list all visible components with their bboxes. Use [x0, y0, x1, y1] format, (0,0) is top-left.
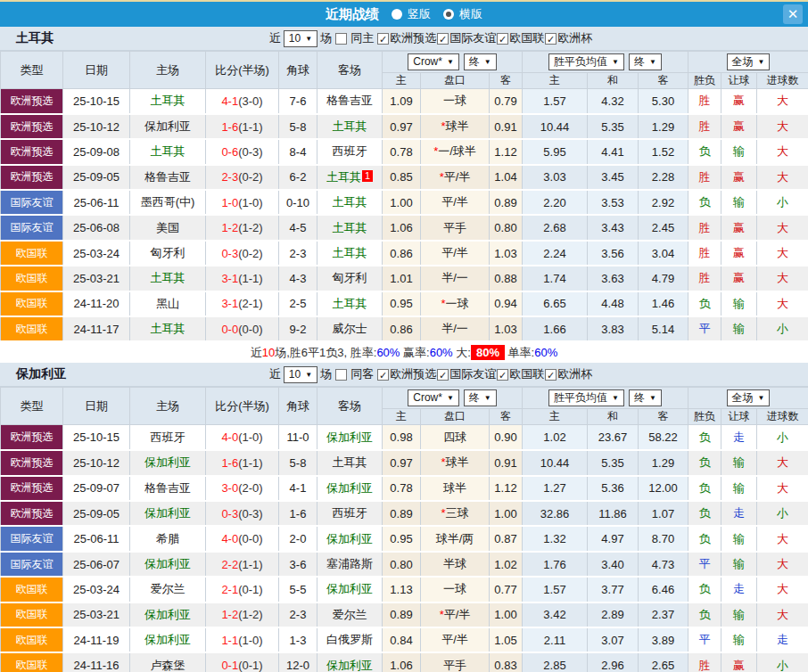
- match-row: 欧洲预选25-09-07格鲁吉亚3-0(2-0)4-1保加利亚0.78球半1.1…: [1, 476, 808, 501]
- radio-horizontal-label[interactable]: 横版: [459, 6, 482, 22]
- col-home: 主场: [130, 52, 206, 89]
- match-row: 欧国联25-03-21土耳其3-1(1-1)4-3匈牙利1.01半/一0.881…: [1, 266, 808, 291]
- recent-count-select[interactable]: 10▼: [284, 30, 317, 47]
- team-name: 保加利亚: [16, 366, 66, 382]
- handicap-line: 平手: [421, 215, 490, 240]
- scope-select[interactable]: 全场▼: [727, 53, 771, 70]
- crow-home-odds: 1.09: [383, 89, 421, 114]
- competition-type-badge: 欧洲预选: [1, 450, 63, 475]
- league-checkbox[interactable]: ✓: [377, 33, 389, 45]
- competition-type-badge: 欧洲预选: [1, 425, 63, 450]
- matches-table: 类型 日期 主场 比分(半场) 角球 客场 Crow*▼ 终▼ 胜平负均值▼ 终…: [0, 387, 808, 672]
- avg-draw: 3.40: [588, 552, 639, 577]
- odds-final-select[interactable]: 终▼: [464, 53, 497, 70]
- home-team: 西班牙: [130, 425, 206, 450]
- league-checkbox[interactable]: ✓: [497, 369, 508, 381]
- result: 负: [688, 577, 721, 602]
- avg-away: 4.73: [639, 552, 688, 577]
- radio-horizontal-layout[interactable]: [443, 9, 454, 20]
- away-team: 格鲁吉亚: [317, 89, 383, 114]
- chevron-down-icon: ▼: [649, 55, 656, 69]
- crow-away-odds: 0.79: [490, 89, 523, 114]
- col-away: 客场: [317, 52, 383, 89]
- away-team: 土耳其: [317, 114, 383, 139]
- handicap-line: *一球: [421, 291, 490, 316]
- result: 胜: [688, 165, 721, 190]
- sub-col-crow-home: 主: [383, 73, 421, 89]
- same-venue-checkbox[interactable]: [335, 33, 347, 45]
- corners: 2-0: [279, 526, 317, 551]
- handicap-result: 输: [721, 139, 757, 164]
- home-team: 希腊: [130, 526, 206, 551]
- away-team: 土耳其: [317, 241, 383, 266]
- away-team: 土耳其1: [317, 165, 383, 190]
- crow-away-odds: 0.91: [490, 114, 523, 139]
- matches-table: 类型 日期 主场 比分(半场) 角球 客场 Crow*▼ 终▼ 胜平负均值▼ 终…: [0, 51, 808, 342]
- same-venue-checkbox[interactable]: [335, 369, 347, 381]
- summary-segment: 60%: [376, 346, 400, 359]
- handicap-line: 四球: [421, 425, 490, 450]
- competition-type-badge: 欧国联: [1, 627, 63, 652]
- avg-final-select[interactable]: 终▼: [629, 53, 662, 70]
- corners: 8-4: [279, 139, 317, 164]
- odds-source-select[interactable]: Crow*▼: [408, 53, 459, 70]
- away-team: 保加利亚: [317, 577, 383, 602]
- match-date: 25-10-12: [63, 114, 130, 139]
- goals-result: 大: [757, 114, 808, 139]
- corners: 5-8: [279, 114, 317, 139]
- handicap-line: 平手: [421, 652, 490, 672]
- avg-draw: 5.35: [588, 114, 639, 139]
- avg-home: 1.02: [523, 425, 588, 450]
- handicap-result: 赢: [721, 114, 757, 139]
- scope-group-header: 全场▼: [688, 52, 808, 73]
- chevron-down-icon: ▼: [447, 55, 454, 69]
- avg-draw: 4.41: [588, 139, 639, 164]
- col-score: 比分(半场): [206, 388, 279, 425]
- league-checkbox[interactable]: ✓: [545, 369, 557, 381]
- sub-col-avg-home: 主: [523, 73, 588, 89]
- radio-vertical-layout[interactable]: [392, 9, 402, 20]
- result: 平: [688, 627, 721, 652]
- avg-draw: 5.35: [588, 450, 639, 475]
- match-row: 欧国联25-03-21保加利亚1-2(1-2)2-3爱尔兰0.89*平/半1.0…: [1, 602, 808, 627]
- competition-type-badge: 国际友谊: [1, 215, 63, 240]
- match-row: 欧洲预选25-10-12保加利亚1-6(1-1)5-8土耳其0.97*球半0.9…: [1, 450, 808, 475]
- league-checkbox[interactable]: ✓: [437, 33, 449, 45]
- avg-final-select[interactable]: 终▼: [629, 389, 662, 406]
- score: 4-0(1-0): [206, 425, 279, 450]
- league-checkbox[interactable]: ✓: [377, 369, 389, 381]
- avg-draw: 3.83: [588, 316, 639, 341]
- scope-select[interactable]: 全场▼: [727, 389, 771, 406]
- match-date: 25-10-12: [63, 450, 130, 475]
- section-filter-bar: 土耳其 近 10▼ 场 同主 ✓欧洲预选✓国际友谊✓欧国联✓欧洲杯: [0, 27, 808, 51]
- sub-col-result: 胜负: [688, 409, 721, 425]
- avg-away: 8.70: [639, 526, 688, 551]
- team-section: 土耳其 近 10▼ 场 同主 ✓欧洲预选✓国际友谊✓欧国联✓欧洲杯 类型 日期 …: [0, 27, 808, 363]
- layout-radio-group: 竖版 横版: [383, 6, 482, 22]
- avg-away: 2.92: [639, 190, 688, 215]
- competition-type-badge: 欧洲预选: [1, 139, 63, 164]
- near-label: 近: [269, 30, 281, 46]
- result: 负: [688, 139, 721, 164]
- odds-final-select[interactable]: 终▼: [464, 389, 497, 406]
- handicap-line: 一球: [421, 89, 490, 114]
- odds-source-select[interactable]: Crow*▼: [408, 389, 459, 406]
- sub-col-crow-away: 客: [490, 73, 523, 89]
- result: 负: [688, 501, 721, 526]
- same-venue-label: 同主: [350, 30, 374, 46]
- result: 负: [688, 190, 721, 215]
- recent-count-select[interactable]: 10▼: [284, 366, 317, 383]
- avg-home: 1.74: [523, 266, 588, 291]
- avg-source-select[interactable]: 胜平负均值▼: [548, 389, 624, 406]
- league-checkbox[interactable]: ✓: [497, 33, 508, 45]
- league-checkbox[interactable]: ✓: [545, 33, 557, 45]
- close-icon[interactable]: ✕: [783, 4, 803, 24]
- home-team: 土耳其: [130, 266, 206, 291]
- league-checkbox[interactable]: ✓: [437, 369, 449, 381]
- avg-source-select[interactable]: 胜平负均值▼: [548, 53, 624, 70]
- crow-away-odds: 1.03: [490, 241, 523, 266]
- avg-away: 58.22: [639, 425, 688, 450]
- goals-result: 大: [757, 602, 808, 627]
- avg-draw: 4.48: [588, 291, 639, 316]
- radio-vertical-label[interactable]: 竖版: [408, 6, 431, 22]
